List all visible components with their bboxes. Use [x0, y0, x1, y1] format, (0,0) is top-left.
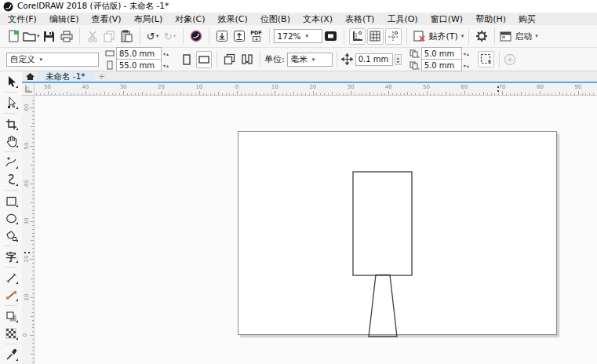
- snap-dropdown-arrow[interactable]: ▾: [461, 33, 464, 39]
- menu-item-8[interactable]: 表格(T): [339, 13, 380, 25]
- h-ruler-label: 40: [385, 84, 392, 90]
- menu-item-2[interactable]: 查看(V): [85, 13, 127, 25]
- toolbox-separator: [5, 344, 17, 344]
- page-width-field[interactable]: 85.0 mm: [116, 47, 162, 60]
- save-button[interactable]: [42, 27, 57, 45]
- duplicate-x-icon: x: [410, 49, 420, 58]
- ruler-origin-button[interactable]: [22, 83, 35, 96]
- page-height-stepper[interactable]: ▾▴: [163, 63, 169, 68]
- portrait-orientation-button[interactable]: [179, 51, 195, 68]
- drawing-canvas[interactable]: [35, 96, 597, 364]
- snap-to-dropdown[interactable]: 贴齐(T) ▾: [429, 27, 464, 45]
- units-combobox[interactable]: 毫米 ▾: [287, 53, 333, 67]
- v-ruler-cursor-marker: [24, 252, 26, 253]
- redo-dropdown-arrow[interactable]: ▾: [173, 33, 177, 39]
- tab-untitled-document[interactable]: 未命名 -1*: [38, 71, 93, 82]
- menu-item-0[interactable]: 文件(F): [2, 13, 43, 25]
- rectangle-tool[interactable]: [2, 192, 20, 209]
- export-button[interactable]: [231, 27, 247, 45]
- open-dropdown-arrow[interactable]: ▾: [37, 33, 40, 39]
- options-button[interactable]: [474, 27, 490, 45]
- nudge-stepper[interactable]: ▴▾: [395, 54, 402, 65]
- text-tool[interactable]: 字: [2, 248, 20, 265]
- menu-item-11[interactable]: 帮助(H): [469, 13, 512, 25]
- grid-toggle-button[interactable]: [367, 28, 384, 45]
- shape-tool[interactable]: [2, 94, 20, 111]
- launch-dropdown-arrow[interactable]: ▾: [535, 33, 538, 39]
- duplicate-y-stepper[interactable]: ▾▴: [464, 63, 470, 68]
- menu-item-4[interactable]: 对象(C): [169, 13, 211, 25]
- toolbar-separator: [406, 28, 407, 44]
- artistic-media-tool[interactable]: [2, 171, 20, 188]
- zoom-level-combobox[interactable]: 172% ▾: [274, 29, 322, 43]
- copy-button[interactable]: [102, 27, 118, 45]
- print-button[interactable]: [59, 27, 75, 45]
- drop-shadow-tool[interactable]: [2, 308, 20, 325]
- page-size-preset-value: 自定义: [10, 54, 35, 65]
- page-height-field[interactable]: 55.0 mm: [116, 59, 162, 71]
- all-pages-button[interactable]: [222, 51, 238, 68]
- h-ruler-label: 50: [423, 84, 430, 90]
- nudge-distance-field[interactable]: 0.1 mm: [355, 53, 393, 66]
- page-size-preset-combobox[interactable]: 自定义 ▾: [6, 53, 99, 67]
- menu-item-1[interactable]: 编辑(E): [43, 13, 86, 25]
- propbar-separator: [337, 52, 337, 67]
- property-bar: 自定义 ▾ 85.0 mm ▾▴ 55.0 mm ▾▴: [0, 48, 597, 71]
- transparency-tool[interactable]: [2, 325, 20, 342]
- import-button[interactable]: [214, 27, 230, 45]
- undo-button[interactable]: ↺ ▾: [145, 27, 161, 45]
- rulers-toggle-button[interactable]: [349, 28, 366, 45]
- toolbox-separator: [5, 190, 17, 191]
- connector-tool[interactable]: [2, 286, 20, 304]
- menu-item-6[interactable]: 位图(B): [254, 13, 297, 25]
- guidelines-toggle-button[interactable]: [385, 28, 402, 45]
- duplicate-x-stepper[interactable]: ▾▴: [464, 51, 470, 56]
- duplicate-y-field[interactable]: 5.0 mm: [421, 59, 462, 71]
- ellipse-tool[interactable]: [2, 209, 20, 227]
- menu-item-7[interactable]: 文本(X): [297, 13, 339, 25]
- treat-as-filled-button[interactable]: [478, 51, 494, 67]
- zoom-dropdown-arrow[interactable]: ▾: [306, 33, 309, 39]
- pick-tool[interactable]: [2, 73, 20, 90]
- vertical-ruler[interactable]: 6050403020100: [22, 96, 35, 364]
- menu-item-5[interactable]: 效果(C): [212, 13, 254, 25]
- current-page-button[interactable]: [239, 51, 255, 68]
- horizontal-ruler[interactable]: 50403020100102030405060708090: [35, 83, 597, 96]
- menu-item-12[interactable]: 购买: [512, 13, 542, 25]
- dimension-tool[interactable]: [2, 269, 20, 286]
- redo-button[interactable]: ↻ ▾: [162, 27, 178, 45]
- trapezoid-shape[interactable]: [369, 275, 397, 337]
- launch-button[interactable]: 启动 ▾: [500, 27, 538, 45]
- propbar-separator: [260, 52, 260, 67]
- landscape-orientation-button[interactable]: [196, 51, 212, 68]
- rectangle-shape[interactable]: [353, 172, 412, 275]
- document-page[interactable]: [238, 131, 557, 335]
- paste-button[interactable]: [119, 27, 135, 45]
- pan-tool[interactable]: [2, 133, 20, 150]
- freehand-tool[interactable]: [2, 154, 20, 171]
- units-value: 毫米: [291, 54, 308, 65]
- cut-button[interactable]: [85, 27, 100, 45]
- crop-tool[interactable]: [2, 115, 20, 133]
- new-tab-button[interactable]: +: [93, 71, 111, 82]
- color-eyedropper-tool[interactable]: [2, 346, 20, 363]
- publish-pdf-button[interactable]: PDF: [249, 27, 264, 45]
- v-ruler-label: 10: [24, 293, 30, 300]
- fullscreen-preview-button[interactable]: [323, 27, 339, 45]
- new-document-button[interactable]: [5, 27, 21, 45]
- standard-toolbar: ▾ ↺ ▾ ↻ ▾: [0, 25, 597, 48]
- undo-dropdown-arrow[interactable]: ▾: [156, 33, 159, 39]
- v-ruler-cursor-marker: [28, 252, 30, 253]
- menu-item-10[interactable]: 窗口(W): [424, 13, 469, 25]
- duplicate-x-field[interactable]: 5.0 mm: [421, 47, 462, 60]
- menu-item-9[interactable]: 工具(O): [380, 13, 424, 25]
- page-width-stepper[interactable]: ▾▴: [163, 51, 169, 56]
- welcome-home-button[interactable]: [22, 71, 38, 82]
- snap-off-button[interactable]: [412, 27, 428, 45]
- search-content-button[interactable]: [188, 27, 204, 45]
- polygon-tool[interactable]: [2, 227, 20, 244]
- h-ruler-label: 90: [574, 84, 581, 90]
- menu-item-3[interactable]: 布局(L): [128, 13, 169, 25]
- h-ruler-label: 10: [271, 84, 278, 90]
- open-button[interactable]: ▾: [23, 27, 40, 45]
